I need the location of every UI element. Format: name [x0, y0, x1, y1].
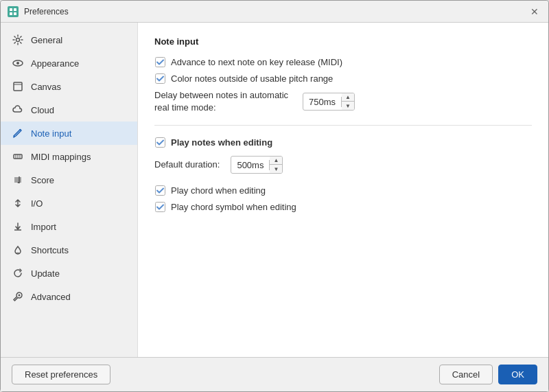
midi-icon [12, 150, 24, 163]
checkbox-label-color: Color notes outside of usable pitch rang… [171, 73, 333, 84]
checkbox-row-play-chord-symbol[interactable]: Play chord symbol when editing [154, 201, 532, 212]
sidebar-item-io[interactable]: I/O [1, 192, 137, 215]
title-bar-left: Preferences [8, 6, 69, 17]
delay-spin-up[interactable]: ▲ [342, 93, 354, 102]
reset-preferences-button[interactable]: Reset preferences [12, 365, 110, 384]
main-panel: Note input Advance to next note on key r… [138, 23, 548, 357]
checkmark-advance-icon [154, 56, 165, 67]
sidebar-label-import: Import [31, 222, 56, 232]
wrench-icon [12, 290, 24, 303]
sidebar-label-cloud: Cloud [31, 105, 54, 115]
import-icon [12, 220, 24, 233]
checkmark-play-notes-icon [154, 137, 165, 148]
shortcuts-icon [12, 244, 24, 256]
svg-rect-3 [14, 12, 16, 15]
io-icon [12, 197, 24, 209]
duration-spin-down[interactable]: ▼ [270, 165, 282, 174]
ok-button[interactable]: OK [498, 365, 537, 384]
sidebar-item-general[interactable]: General [1, 28, 137, 51]
svg-point-6 [16, 62, 19, 65]
sidebar-label-shortcuts: Shortcuts [31, 245, 69, 255]
delay-label: Delay between notes in automatic real ti… [154, 89, 292, 114]
checkbox-row-play-chord[interactable]: Play chord when editing [154, 185, 532, 196]
checkbox-row-advance[interactable]: Advance to next note on key release (MID… [154, 56, 532, 67]
sidebar-label-appearance: Appearance [31, 58, 79, 69]
checkbox-label-play-notes: Play notes when editing [171, 137, 272, 148]
sidebar-item-import[interactable]: Import [1, 215, 137, 238]
footer-buttons: Cancel OK [439, 365, 537, 384]
checkmark-color-icon [154, 73, 165, 84]
checkbox-label-play-chord-symbol: Play chord symbol when editing [171, 202, 296, 212]
sidebar: General Appearance [1, 23, 138, 357]
checkbox-label-play-chord: Play chord when editing [171, 185, 266, 196]
delay-spin-down[interactable]: ▼ [342, 102, 354, 111]
duration-spin-up[interactable]: ▲ [270, 156, 282, 165]
cloud-icon [12, 104, 24, 116]
sidebar-item-score[interactable]: Score [1, 168, 137, 192]
cancel-button[interactable]: Cancel [439, 365, 493, 384]
delay-spinbox[interactable]: 750ms ▲ ▼ [303, 93, 355, 111]
window-title: Preferences [24, 7, 69, 16]
score-icon [12, 174, 24, 186]
update-icon [12, 267, 24, 279]
svg-rect-7 [14, 82, 22, 91]
content-area: General Appearance [1, 23, 548, 357]
svg-point-4 [16, 38, 20, 42]
sidebar-item-appearance[interactable]: Appearance [1, 51, 137, 75]
gear-icon [12, 34, 24, 46]
svg-rect-0 [10, 8, 12, 11]
delay-arrows: ▲ ▼ [342, 93, 354, 111]
app-icon [8, 6, 19, 17]
sidebar-item-update[interactable]: Update [1, 262, 137, 285]
duration-spinbox[interactable]: 500ms ▲ ▼ [231, 156, 283, 174]
title-bar: Preferences ✕ [1, 1, 548, 23]
checkbox-row-color[interactable]: Color notes outside of usable pitch rang… [154, 73, 532, 84]
sidebar-label-note-input: Note input [31, 128, 71, 139]
pencil-icon [12, 127, 24, 139]
duration-value: 500ms [231, 160, 270, 170]
checkbox-label-advance: Advance to next note on key release (MID… [171, 57, 342, 67]
svg-point-19 [19, 295, 21, 297]
checkmark-play-chord-symbol-icon [154, 201, 165, 212]
sidebar-label-advanced: Advanced [31, 292, 71, 302]
delay-value: 750ms [303, 97, 342, 107]
divider-1 [154, 125, 532, 126]
checkmark-play-chord-icon [154, 185, 165, 196]
checkbox-row-play-notes[interactable]: Play notes when editing [154, 137, 532, 148]
eye-icon [12, 57, 24, 69]
sidebar-label-score: Score [31, 175, 54, 185]
svg-rect-2 [10, 12, 12, 15]
duration-field-row: Default duration: 500ms ▲ ▼ [154, 156, 532, 174]
sidebar-label-update: Update [31, 268, 60, 279]
svg-rect-1 [14, 8, 16, 11]
footer: Reset preferences Cancel OK [1, 357, 548, 391]
canvas-icon [12, 80, 24, 93]
sidebar-label-io: I/O [31, 198, 43, 209]
sidebar-item-cloud[interactable]: Cloud [1, 98, 137, 122]
section-title: Note input [154, 36, 532, 47]
sidebar-item-note-input[interactable]: Note input [1, 122, 137, 145]
sidebar-label-general: General [31, 35, 62, 45]
sidebar-label-midi: MIDI mappings [31, 152, 91, 162]
sidebar-item-shortcuts[interactable]: Shortcuts [1, 238, 137, 262]
svg-point-17 [18, 182, 20, 183]
close-button[interactable]: ✕ [528, 5, 541, 19]
sidebar-item-advanced[interactable]: Advanced [1, 285, 137, 308]
sidebar-item-canvas[interactable]: Canvas [1, 75, 137, 98]
sidebar-label-canvas: Canvas [31, 82, 61, 92]
duration-arrows: ▲ ▼ [270, 156, 282, 174]
sidebar-item-midi-mappings[interactable]: MIDI mappings [1, 145, 137, 168]
duration-label: Default duration: [154, 159, 220, 171]
preferences-window: Preferences ✕ General [0, 0, 549, 392]
delay-field-row: Delay between notes in automatic real ti… [154, 89, 532, 114]
